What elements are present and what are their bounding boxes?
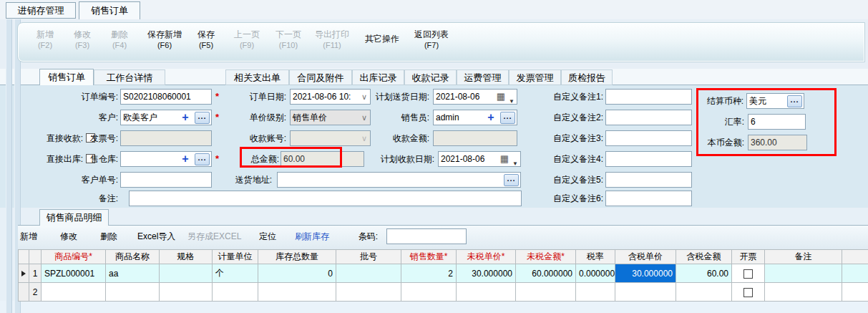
cell-price-incl-tax[interactable]: [615, 283, 676, 302]
col-invoiced[interactable]: 开票: [732, 250, 765, 264]
tab-inventory-management[interactable]: 进销存管理: [6, 2, 76, 19]
col-stock-qty[interactable]: 库存总数量: [258, 250, 336, 264]
col-price-incl-tax[interactable]: 含税单价: [615, 250, 676, 264]
ellipsis-button[interactable]: ...: [504, 174, 519, 186]
next-page-button[interactable]: 下一页(F10): [270, 29, 307, 51]
customer-input[interactable]: 欧美客户+...: [120, 110, 212, 125]
price-level-select[interactable]: 销售单价∨: [290, 110, 371, 125]
plus-icon[interactable]: +: [178, 153, 192, 165]
col-amount-incl-tax[interactable]: 含税金额: [676, 250, 732, 264]
custom-note5-input[interactable]: [605, 172, 692, 188]
subtab-quality-report[interactable]: 质检报告: [561, 69, 613, 85]
calendar-icon[interactable]: ▦: [497, 92, 505, 102]
export-print-button[interactable]: 导出打印(F11): [308, 29, 356, 51]
table-row[interactable]: 1 SPZL000001 aa 个 0 2 30.000000 60.00000…: [19, 264, 868, 283]
col-product-code[interactable]: 商品编号*: [42, 250, 106, 264]
cell-batch-no[interactable]: [336, 283, 401, 302]
invoiced-checkbox[interactable]: [743, 288, 753, 297]
subtab-invoice-management[interactable]: 发票管理: [509, 69, 561, 85]
custom-note6-input[interactable]: [605, 191, 692, 206]
barcode-input[interactable]: [386, 228, 467, 244]
cell-product-name[interactable]: [106, 283, 160, 302]
new-button[interactable]: 新增(F2): [29, 29, 61, 51]
other-actions-button[interactable]: 其它操作: [360, 34, 404, 44]
edit-button[interactable]: 修改(F3): [67, 29, 98, 51]
detail-edit-button[interactable]: 修改: [60, 231, 77, 242]
cell-product-name[interactable]: aa: [106, 264, 160, 283]
ellipsis-button[interactable]: ...: [787, 95, 802, 107]
detail-new-button[interactable]: 新增: [20, 231, 37, 242]
cell-tax-rate[interactable]: [576, 283, 615, 302]
cell-stock-qty[interactable]: [258, 283, 336, 302]
custom-note4-input[interactable]: [605, 151, 692, 167]
cell-sales-qty[interactable]: 2: [401, 264, 457, 283]
custom-note3-input[interactable]: [605, 130, 692, 146]
cell-sales-qty[interactable]: [401, 283, 457, 302]
tab-sales-order[interactable]: 销售订单: [79, 1, 140, 19]
cell-spec[interactable]: [160, 283, 213, 302]
back-to-list-button[interactable]: 返回列表(F7): [409, 29, 454, 51]
subtab-receipt-record[interactable]: 收款记录: [404, 69, 457, 85]
cell-unit[interactable]: [213, 283, 258, 302]
excel-import-button[interactable]: Excel导入: [137, 231, 175, 242]
cell-price-excl-tax[interactable]: 30.000000: [457, 264, 516, 283]
dropdown-arrow-icon[interactable]: ▼: [509, 95, 515, 105]
cell-remark[interactable]: [765, 283, 842, 302]
salesman-input[interactable]: admin+...: [433, 110, 517, 125]
col-amount-excl-tax[interactable]: 未税金额*: [516, 250, 576, 264]
plan-delivery-date-input[interactable]: 2021-08-06▦▼: [433, 89, 517, 105]
col-remark[interactable]: 备注: [765, 250, 842, 264]
custom-note1-input[interactable]: [605, 89, 692, 105]
detail-delete-button[interactable]: 删除: [100, 231, 117, 242]
cell-batch-no[interactable]: [336, 264, 401, 283]
order-date-combo[interactable]: 2021-08-06 10:∨: [290, 89, 371, 105]
cell-amount-excl-tax[interactable]: [516, 283, 576, 302]
row-selector-cell[interactable]: [19, 283, 29, 302]
remark-input[interactable]: [129, 191, 522, 206]
cell-price-excl-tax[interactable]: [457, 283, 516, 302]
subtab-outbound-record[interactable]: 出库记录: [352, 69, 404, 85]
cell-invoiced[interactable]: [732, 283, 765, 302]
exchange-rate-input[interactable]: 6: [748, 114, 806, 130]
custom-note2-input[interactable]: [605, 110, 692, 125]
col-price-excl-tax[interactable]: 未税单价*: [457, 250, 516, 264]
cell-product-code[interactable]: [42, 283, 106, 302]
col-tax-rate[interactable]: 税率: [576, 250, 615, 264]
calendar-icon[interactable]: ▦: [500, 154, 509, 164]
cell-amount-incl-tax[interactable]: 60.00: [676, 264, 732, 283]
subtab-workbench-detail[interactable]: 工作台详情: [94, 69, 165, 85]
ellipsis-button[interactable]: ...: [500, 112, 515, 124]
currency-input[interactable]: 美元...: [746, 93, 804, 109]
col-spec[interactable]: 规格: [160, 250, 213, 264]
plus-icon[interactable]: +: [484, 111, 498, 124]
table-row[interactable]: 2: [19, 283, 868, 302]
col-product-name[interactable]: 商品名称: [106, 250, 160, 264]
subtab-sales-order[interactable]: 销售订单: [39, 69, 94, 85]
chevron-down-icon[interactable]: ∨: [361, 110, 367, 125]
cell-spec[interactable]: [160, 264, 213, 283]
cell-product-code[interactable]: SPZL000001: [42, 264, 106, 283]
plus-icon[interactable]: +: [178, 111, 192, 124]
save-as-excel-button[interactable]: 另存成EXCEL: [187, 231, 241, 242]
ellipsis-button[interactable]: ...: [195, 153, 210, 165]
col-unit[interactable]: 计量单位: [213, 250, 258, 264]
subtab-related-expense[interactable]: 相关支出单: [225, 69, 289, 85]
col-sales-qty[interactable]: 销售数量*: [401, 250, 457, 264]
cell-stock-qty[interactable]: 0: [258, 264, 336, 283]
cell-price-incl-tax-selected[interactable]: 30.000000: [615, 264, 676, 283]
dropdown-arrow-icon[interactable]: ▼: [512, 157, 518, 167]
delivery-address-input[interactable]: ...: [277, 172, 521, 188]
plan-receipt-date-input[interactable]: 2021-08-06▦▼: [438, 151, 521, 167]
customer-order-no-input[interactable]: [120, 172, 212, 188]
row-selector-cell[interactable]: [19, 264, 29, 283]
cell-amount-excl-tax[interactable]: 60.000000: [516, 264, 576, 283]
subtab-contract-attachment[interactable]: 合同及附件: [289, 69, 352, 85]
ellipsis-button[interactable]: ...: [195, 112, 210, 124]
col-batch-no[interactable]: 批号: [336, 250, 401, 264]
cell-tax-rate[interactable]: 0.000000: [576, 264, 615, 283]
cell-unit[interactable]: 个: [213, 264, 258, 283]
save-and-new-button[interactable]: 保存新增(F6): [141, 29, 188, 51]
subtab-freight-management[interactable]: 运费管理: [457, 69, 509, 85]
sales-warehouse-input[interactable]: +...: [120, 151, 212, 167]
delete-button[interactable]: 删除(F4): [104, 29, 135, 51]
